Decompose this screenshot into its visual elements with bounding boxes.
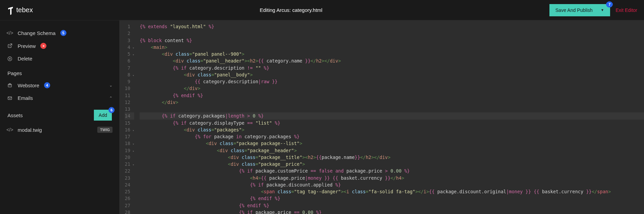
sidebar-emails[interactable]: Emails ⌃ — [0, 92, 119, 104]
code-line[interactable]: <div class="panel__body"> — [140, 71, 644, 78]
code-line[interactable]: {% if category.packages|length > 0 %} — [140, 112, 644, 119]
code-line[interactable] — [140, 106, 644, 112]
save-publish-button[interactable]: Save And Publish ▼ 7 — [549, 4, 610, 16]
code-line[interactable]: {% for package in category.packages %} — [140, 133, 644, 140]
line-number: 13 — [125, 106, 134, 112]
save-badge: 7 — [606, 1, 613, 7]
code-line[interactable]: {% if category.description != "" %} — [140, 65, 644, 71]
code-icon: </> — [7, 30, 13, 36]
line-number: 4▾ — [125, 44, 134, 51]
page-title: Editing Arcus: category.html — [33, 7, 549, 13]
line-number: 3 — [125, 37, 134, 44]
brand-logo[interactable]: tebex — [7, 5, 33, 15]
code-line[interactable]: <div class="panel panel--900"> — [140, 51, 644, 57]
twig-badge: TWIG — [97, 127, 113, 133]
line-number: 18▾ — [125, 140, 134, 147]
code-line[interactable]: {% endif %} — [140, 195, 644, 202]
code-line[interactable]: {% if package.discount.applied %} — [140, 181, 644, 188]
tebex-icon — [7, 5, 14, 15]
sidebar-item-label: Webstore — [18, 83, 39, 88]
code-line[interactable]: <div class="package__price"> — [140, 161, 644, 167]
line-number: 26 — [125, 195, 134, 202]
add-asset-button[interactable]: Add 6 — [94, 110, 112, 121]
code-line[interactable]: {% endif %} — [140, 92, 644, 99]
code-line[interactable]: <main> — [140, 44, 644, 51]
line-number: 19▾ — [125, 147, 134, 154]
code-line[interactable]: {% if package.customPrice == false and p… — [140, 167, 644, 174]
svg-rect-1 — [8, 84, 12, 87]
line-number: 20 — [125, 154, 134, 161]
code-line[interactable]: {% endif %} — [140, 202, 644, 209]
line-number: 22 — [125, 167, 134, 174]
sidebar-preview[interactable]: Preview × — [0, 39, 119, 52]
line-number: 24 — [125, 181, 134, 188]
line-number: 1 — [125, 23, 134, 30]
sidebar-change-schema[interactable]: </> Change Schema 5 — [0, 26, 119, 39]
brand-name: tebex — [16, 6, 33, 14]
code-line[interactable]: <div class="package__header"> — [140, 147, 644, 154]
sidebar-item-label: Preview — [18, 43, 36, 49]
code-editor[interactable]: 1 2 3 4▾5▾6 7 8▾9 10 11 12 13 14 15 16▾1… — [119, 20, 644, 214]
line-number: 6 — [125, 57, 134, 64]
line-number: 7 — [125, 65, 134, 71]
external-link-icon — [7, 43, 13, 48]
chevron-up-icon: ⌃ — [109, 96, 113, 101]
code-line[interactable]: <div class="panel__header"><h2>{{ catego… — [140, 57, 644, 64]
code-line[interactable]: {{ category.description|raw }} — [140, 78, 644, 85]
line-number: 9 — [125, 78, 134, 85]
header: tebex Editing Arcus: category.html Save … — [0, 0, 644, 20]
sidebar-delete[interactable]: Delete — [0, 52, 119, 65]
line-number: 14 — [125, 112, 134, 119]
sidebar: </> Change Schema 5 Preview × Delete Pag… — [0, 20, 119, 214]
sidebar-item-label: Change Schema — [18, 30, 56, 36]
line-number: 27 — [125, 202, 134, 209]
chevron-down-icon: ▼ — [601, 8, 604, 12]
line-number: 17 — [125, 133, 134, 140]
line-number: 16▾ — [125, 126, 134, 133]
code-area[interactable]: {% extends "layout.html" %}{% block cont… — [138, 20, 644, 214]
code-line[interactable]: <h4>{{ package.price|money }} {{ basket.… — [140, 175, 644, 181]
sidebar-item-label: Delete — [18, 56, 32, 61]
code-line[interactable]: {% if category.displayType == "list" %} — [140, 120, 644, 126]
line-number: 28 — [125, 209, 134, 214]
sidebar-asset-item[interactable]: </> modal.twig TWIG — [0, 123, 119, 136]
line-number: 23 — [125, 175, 134, 181]
mail-icon — [7, 96, 13, 101]
sidebar-item-label: modal.twig — [18, 127, 42, 133]
code-line[interactable]: {% extends "layout.html" %} — [140, 23, 644, 30]
code-line[interactable]: <div class="packages"> — [140, 126, 644, 133]
code-line[interactable] — [140, 30, 644, 37]
line-number: 21▾ — [125, 161, 134, 167]
schema-badge: 5 — [60, 30, 66, 36]
delete-icon — [7, 56, 13, 61]
assets-heading: Assets Add 6 — [0, 104, 119, 123]
code-line[interactable]: <div class="package package--list"> — [140, 140, 644, 147]
code-line[interactable]: <div class="package__title"><h2>{{packag… — [140, 154, 644, 161]
webstore-badge: 4 — [44, 82, 50, 88]
line-number: 5▾ — [125, 51, 134, 57]
pages-heading: Pages — [0, 65, 119, 79]
store-icon — [7, 83, 13, 88]
save-label: Save And Publish — [556, 7, 593, 13]
preview-badge: × — [40, 43, 46, 49]
sidebar-item-label: Emails — [18, 95, 33, 101]
assets-heading-label: Assets — [7, 112, 23, 118]
code-icon: </> — [7, 127, 13, 132]
chevron-down-icon: ⌄ — [109, 83, 113, 88]
line-number: 11 — [125, 92, 134, 99]
line-number: 12 — [125, 99, 134, 106]
line-number: 10 — [125, 85, 134, 92]
add-badge: 6 — [108, 107, 115, 113]
line-number: 15 — [125, 120, 134, 126]
exit-editor-link[interactable]: Exit Editor — [616, 7, 637, 13]
code-line[interactable]: </div> — [140, 99, 644, 106]
code-line[interactable]: {% block content %} — [140, 37, 644, 44]
add-label: Add — [99, 112, 107, 118]
header-actions: Save And Publish ▼ 7 Exit Editor — [549, 4, 637, 16]
sidebar-webstore[interactable]: Webstore 4 ⌄ — [0, 79, 119, 92]
line-number: 8▾ — [125, 71, 134, 78]
line-number: 2 — [125, 30, 134, 37]
code-line[interactable]: <span class="tag tag--danger"><i class="… — [140, 188, 644, 195]
code-line[interactable]: </div> — [140, 85, 644, 92]
code-line[interactable]: {% if package.price == 0.00 %} — [140, 209, 644, 214]
